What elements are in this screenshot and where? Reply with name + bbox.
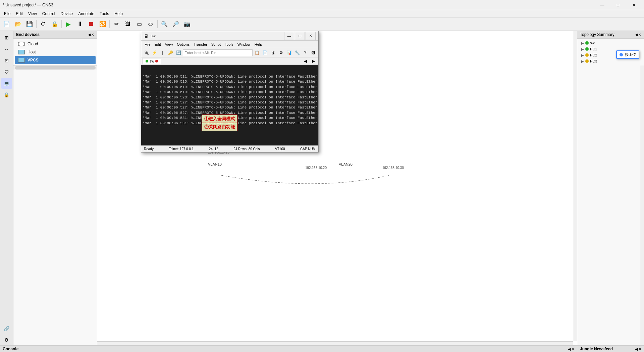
sw-tb-paste[interactable]: 📄 <box>261 49 269 56</box>
minimize-button[interactable]: — <box>595 0 610 10</box>
tb-ellipse[interactable]: ⬭ <box>145 19 156 30</box>
left-panel-expand[interactable]: ◀ <box>88 33 91 37</box>
sidebar-firewall[interactable]: 🛡 <box>1 67 12 77</box>
console-expand[interactable]: ◀ <box>568 347 571 351</box>
topo-status-pc3 <box>585 59 589 63</box>
topo-status-pc2 <box>585 53 589 57</box>
sw-tb-settings[interactable]: ⚙ <box>277 49 285 56</box>
sidebar-switch[interactable]: ⊡ <box>1 55 12 66</box>
sidebar-all-devices[interactable]: ⊞ <box>1 32 12 43</box>
sw-menu-view[interactable]: View <box>163 42 175 47</box>
tb-save[interactable]: 💾 <box>24 19 35 30</box>
menu-help[interactable]: Help <box>112 11 125 17</box>
menu-file[interactable]: File <box>1 11 13 17</box>
sw-tab-left[interactable]: ◀ <box>302 57 309 65</box>
sw-menu-options[interactable]: Options <box>175 42 192 47</box>
console-panel: Console ◀ ✕ GNS3 management console. Run… <box>0 346 577 352</box>
sidebar-link[interactable]: 🔗 <box>1 323 12 334</box>
sw-host-input[interactable] <box>183 49 253 56</box>
tb-pause[interactable]: ⏸ <box>74 19 85 30</box>
sw-minimize-btn[interactable]: — <box>284 32 294 40</box>
sw-tb-copy[interactable]: 📋 <box>253 49 261 56</box>
canvas-scrollbar-v[interactable] <box>573 31 577 341</box>
sw-menu-file[interactable]: File <box>143 42 153 47</box>
sw-menu-edit[interactable]: Edit <box>153 42 163 47</box>
maximize-button[interactable]: □ <box>610 0 626 10</box>
device-item-cloud[interactable]: Cloud <box>15 40 96 48</box>
host-device-icon <box>17 49 25 55</box>
menu-device[interactable]: Device <box>58 11 76 17</box>
menu-annotate[interactable]: Annotate <box>75 11 97 17</box>
sw-maximize-btn[interactable]: □ <box>295 32 305 40</box>
sep2 <box>61 20 62 28</box>
sw-status-bar: Ready Telnet: 127.0.0.1 24, 12 24 Rows, … <box>141 145 318 152</box>
tb-screenshot[interactable]: 📷 <box>182 19 193 30</box>
sw-tb-cert[interactable]: 🔑 <box>167 49 174 56</box>
topology-scrollbar[interactable] <box>640 65 644 345</box>
connecting-popup: 接上传 <box>616 50 639 59</box>
tb-edit[interactable]: ✏ <box>111 19 122 30</box>
canvas-area[interactable]: 🖥 sw — □ ✕ File Edit View Options Transf… <box>97 31 577 345</box>
jungle-close[interactable]: ✕ <box>638 347 641 351</box>
menu-tools[interactable]: Tools <box>97 11 112 17</box>
topo-status-sw <box>585 41 589 45</box>
topology-panel-expand[interactable]: ◀ <box>635 33 638 37</box>
sw-win-controls: — □ ✕ <box>284 32 316 40</box>
console-close[interactable]: ✕ <box>571 347 574 351</box>
sw-tb-help[interactable]: ? <box>302 49 309 56</box>
tb-image[interactable]: 🖼 <box>122 19 133 30</box>
sidebar-security[interactable]: 🔒 <box>1 89 12 100</box>
sw-title-bar[interactable]: 🖥 sw — □ ✕ <box>141 31 318 41</box>
sw-close-btn[interactable]: ✕ <box>306 32 316 40</box>
jungle-expand[interactable]: ◀ <box>635 347 638 351</box>
sidebar-enddev[interactable]: 💻 <box>1 78 12 89</box>
sw-tb-disconnect[interactable]: ⚡ <box>151 49 158 56</box>
tb-new[interactable]: 📄 <box>1 19 12 30</box>
tb-zoom-in[interactable]: 🔍 <box>159 19 170 30</box>
tb-open[interactable]: 📂 <box>13 19 23 30</box>
menu-control[interactable]: Control <box>40 11 58 17</box>
tb-rect[interactable]: ▭ <box>134 19 145 30</box>
topology-summary-panel: Topology Summary ◀ ✕ ▶ sw ▶ PC1 ▶ PC2 <box>577 31 644 345</box>
topo-item-pc3[interactable]: ▶ PC3 <box>579 58 643 64</box>
tb-zoom-out[interactable]: 🔎 <box>170 19 181 30</box>
sw-menu-script[interactable]: Script <box>209 42 223 47</box>
sidebar-bottom[interactable]: ⚙ <box>1 335 12 345</box>
left-panel: End devices ◀ ✕ Cloud Host <box>13 31 97 345</box>
sw-menu-help[interactable]: Help <box>253 42 264 47</box>
topo-item-sw[interactable]: ▶ sw <box>579 40 643 46</box>
tb-play[interactable]: ▶ <box>63 19 74 30</box>
device-item-vpcs[interactable]: VPCS <box>15 56 96 64</box>
menu-edit[interactable]: Edit <box>13 11 25 17</box>
sw-terminal-output[interactable]: *Mar 1 00:00:06.511: %LINEPROTO-5-UPDOWN… <box>141 65 318 145</box>
tb-stop[interactable]: ⏹ <box>86 19 97 30</box>
sidebar-router[interactable]: ↔ <box>1 44 12 54</box>
sw-tab-right[interactable]: ▶ <box>310 57 317 65</box>
sw-tb-refresh[interactable]: 🔄 <box>175 49 182 56</box>
sw-menu-window[interactable]: Window <box>235 42 253 47</box>
sw-menu-transfer[interactable]: Transfer <box>192 42 209 47</box>
topo-item-pc2[interactable]: ▶ PC2 接上传 <box>579 52 643 58</box>
sep1 <box>36 20 37 28</box>
sw-menu-tools[interactable]: Tools <box>223 42 235 47</box>
tb-lock[interactable]: 🔒 <box>49 19 60 30</box>
left-panel-close[interactable]: ✕ <box>91 33 94 37</box>
topology-list: ▶ sw ▶ PC1 ▶ PC2 接上传 ▶ <box>577 39 644 65</box>
console-header: Console ◀ ✕ <box>0 346 577 352</box>
left-panel-controls: ◀ ✕ <box>88 33 94 37</box>
topo-status-pc1 <box>585 47 589 51</box>
sw-tb-print[interactable]: 🖨 <box>269 49 277 56</box>
sw-tb-extra[interactable]: 🖼 <box>310 49 317 56</box>
sw-tb-connect[interactable]: 🔌 <box>143 49 150 56</box>
sw-tab-sw[interactable]: sw <box>143 58 161 64</box>
tb-reload[interactable]: 🔁 <box>97 19 108 30</box>
canvas-scrollbar-h[interactable] <box>97 341 573 345</box>
close-button[interactable]: ✕ <box>626 0 641 10</box>
jungle-newsfeed-panel: Jungle Newsfeed ◀ ✕ GNS3Jungle GNS3 THE … <box>577 346 644 352</box>
sw-tb-props[interactable]: 📊 <box>285 49 293 56</box>
topology-panel-close[interactable]: ✕ <box>638 33 641 37</box>
sw-tb-filter[interactable]: 🔧 <box>293 49 301 56</box>
menu-view[interactable]: View <box>25 11 40 17</box>
device-item-host[interactable]: Host <box>15 48 96 56</box>
tb-snapshot[interactable]: ⏱ <box>38 19 49 30</box>
